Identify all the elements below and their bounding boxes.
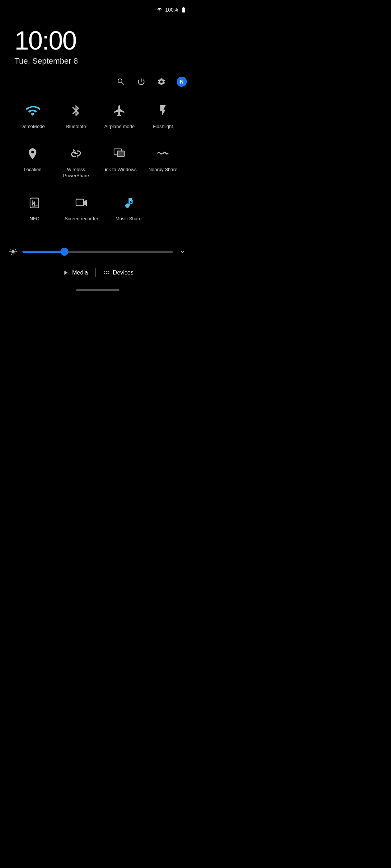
- home-indicator: [0, 286, 196, 295]
- bottom-nav: Media Devices: [0, 260, 196, 286]
- brightness-fill: [22, 251, 64, 253]
- status-icons: 100%: [156, 7, 187, 13]
- clock-date: Tue, September 8: [14, 56, 181, 66]
- tile-music-share-label: Music Share: [115, 216, 142, 222]
- brightness-thumb[interactable]: [60, 248, 68, 256]
- svg-marker-8: [84, 200, 87, 206]
- clock-time: 10:00: [14, 27, 181, 54]
- airplane-icon: [110, 101, 129, 120]
- tile-nearby-share[interactable]: Nearby Share: [143, 144, 183, 179]
- tile-demo-mode-label: DemoMode: [20, 124, 45, 130]
- nearby-share-icon: [154, 144, 172, 163]
- brightness-icon: [9, 247, 17, 256]
- tile-screen-recorder[interactable]: Screen recorder: [62, 193, 101, 222]
- tile-nearby-share-label: Nearby Share: [148, 167, 177, 173]
- search-button[interactable]: [116, 77, 126, 87]
- bluetooth-icon: [67, 101, 85, 120]
- battery-icon: [180, 7, 187, 13]
- svg-rect-7: [76, 199, 84, 205]
- tile-bluetooth[interactable]: Bluetooth: [56, 101, 96, 130]
- clock-section: 10:00 Tue, September 8: [0, 17, 196, 73]
- demo-mode-icon: [23, 101, 42, 120]
- brightness-section: [0, 244, 196, 260]
- tile-link-to-windows[interactable]: Link to Windows: [100, 144, 139, 179]
- edit-button[interactable]: N: [177, 77, 187, 87]
- tiles-row-3: NFC NFC Screen recorder M: [11, 193, 185, 222]
- settings-button[interactable]: [156, 77, 167, 87]
- tile-music-share[interactable]: Music Share: [109, 193, 148, 222]
- tile-flashlight[interactable]: Flashlight: [143, 101, 183, 130]
- tile-screen-recorder-label: Screen recorder: [64, 216, 98, 222]
- location-icon: [23, 144, 42, 163]
- wifi-status-icon: [156, 7, 163, 12]
- tile-link-to-windows-label: Link to Windows: [102, 167, 137, 173]
- link-windows-icon: [110, 144, 129, 163]
- tile-flashlight-label: Flashlight: [153, 124, 173, 130]
- screen-recorder-icon: [72, 193, 91, 212]
- tile-demo-mode[interactable]: DemoMode: [13, 101, 52, 130]
- quick-actions-bar: N: [0, 73, 196, 94]
- tile-bluetooth-label: Bluetooth: [66, 124, 86, 130]
- media-button[interactable]: Media: [55, 265, 95, 280]
- tiles-row-1: DemoMode Bluetooth Airplane mode: [11, 101, 185, 130]
- tile-wireless-powershare-label: Wireless PowerShare: [56, 167, 96, 179]
- n-badge: N: [177, 77, 187, 87]
- battery-text: 100%: [165, 7, 178, 13]
- nfc-icon: NFC: [25, 193, 44, 212]
- svg-rect-3: [118, 152, 124, 156]
- tile-nfc[interactable]: NFC NFC: [14, 193, 54, 222]
- tiles-row-2: Location + Wireless PowerShare Link t: [11, 144, 185, 179]
- music-share-icon: [119, 193, 138, 212]
- devices-button[interactable]: Devices: [96, 265, 141, 280]
- brightness-chevron[interactable]: [178, 247, 187, 256]
- svg-text:+: +: [77, 154, 79, 159]
- home-bar: [76, 289, 119, 291]
- devices-label: Devices: [113, 269, 134, 276]
- flashlight-icon: [154, 101, 172, 120]
- wireless-powershare-icon: +: [67, 144, 85, 163]
- tile-nfc-label: NFC: [30, 216, 39, 222]
- status-bar: 100%: [0, 0, 196, 17]
- svg-text:NFC: NFC: [32, 205, 38, 208]
- tiles-section: DemoMode Bluetooth Airplane mode: [0, 94, 196, 244]
- brightness-slider[interactable]: [22, 251, 173, 253]
- tile-airplane-label: Airplane mode: [104, 124, 135, 130]
- tile-airplane-mode[interactable]: Airplane mode: [100, 101, 139, 130]
- tile-location[interactable]: Location: [13, 144, 52, 179]
- tile-location-label: Location: [24, 167, 41, 173]
- power-button[interactable]: [136, 77, 146, 87]
- tile-wireless-powershare[interactable]: + Wireless PowerShare: [56, 144, 96, 179]
- media-label: Media: [72, 269, 88, 276]
